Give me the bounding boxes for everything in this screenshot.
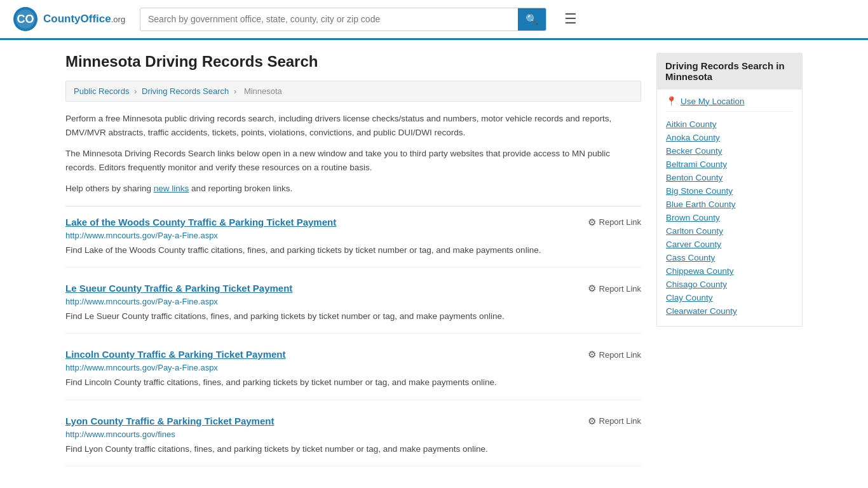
county-link-brown-county[interactable]: Brown County <box>666 213 793 222</box>
result-title-row: Lincoln County Traffic & Parking Ticket … <box>65 349 641 360</box>
divider <box>65 206 641 207</box>
result-title-row: Le Sueur County Traffic & Parking Ticket… <box>65 283 641 294</box>
county-link-cass-county[interactable]: Cass County <box>666 253 793 262</box>
result-title-1[interactable]: Le Sueur County Traffic & Parking Ticket… <box>65 283 292 294</box>
result-url-0[interactable]: http://www.mncourts.gov/Pay-a-Fine.aspx <box>65 231 641 240</box>
county-link-carver-county[interactable]: Carver County <box>666 240 793 249</box>
result-item: Lincoln County Traffic & Parking Ticket … <box>65 349 641 400</box>
result-item: Le Sueur County Traffic & Parking Ticket… <box>65 283 641 334</box>
main-container: Minnesota Driving Records Search Public … <box>53 40 815 488</box>
logo-text: CountyOffice.org <box>43 13 125 25</box>
header: CO CountyOffice.org 🔍 ☰ <box>0 0 868 40</box>
result-desc-3: Find Lyon County traffic citations, fine… <box>65 443 641 456</box>
breadcrumb-minnesota: Minnesota <box>244 86 282 96</box>
report-icon-0: ⚙ <box>588 217 596 228</box>
county-list: Aitkin CountyAnoka CountyBecker CountyBe… <box>666 119 793 316</box>
county-link-beltrami-county[interactable]: Beltrami County <box>666 159 793 169</box>
description-para2: The Minnesota Driving Records Search lin… <box>65 147 641 174</box>
breadcrumb: Public Records › Driving Records Search … <box>65 81 641 102</box>
report-icon-3: ⚙ <box>588 416 596 427</box>
result-title-row: Lyon County Traffic & Parking Ticket Pay… <box>65 416 641 427</box>
new-links-link[interactable]: new links <box>154 184 189 193</box>
result-url-2[interactable]: http://www.mncourts.gov/Pay-a-Fine.aspx <box>65 363 641 372</box>
result-url-1[interactable]: http://www.mncourts.gov/Pay-a-Fine.aspx <box>65 297 641 306</box>
sidebar-content: 📍 Use My Location Aitkin CountyAnoka Cou… <box>656 90 803 327</box>
search-button[interactable]: 🔍 <box>518 8 546 30</box>
location-icon: 📍 <box>666 96 677 106</box>
report-link-3[interactable]: ⚙ Report Link <box>588 416 641 427</box>
search-bar: 🔍 <box>140 8 546 31</box>
county-link-blue-earth-county[interactable]: Blue Earth County <box>666 200 793 209</box>
breadcrumb-driving-records[interactable]: Driving Records Search <box>142 86 229 96</box>
page-title: Minnesota Driving Records Search <box>65 53 641 71</box>
result-desc-1: Find Le Sueur County traffic citations, … <box>65 310 641 323</box>
sidebar-header: Driving Records Search in Minnesota <box>656 53 803 90</box>
report-link-0[interactable]: ⚙ Report Link <box>588 217 641 228</box>
result-item: Lake of the Woods County Traffic & Parki… <box>65 217 641 268</box>
result-desc-2: Find Lincoln County traffic citations, f… <box>65 376 641 389</box>
county-link-chisago-county[interactable]: Chisago County <box>666 280 793 289</box>
result-url-3[interactable]: http://www.mncourts.gov/fines <box>65 430 641 439</box>
county-link-chippewa-county[interactable]: Chippewa County <box>666 266 793 276</box>
sidebar: Driving Records Search in Minnesota 📍 Us… <box>656 53 803 482</box>
result-title-2[interactable]: Lincoln County Traffic & Parking Ticket … <box>65 349 285 360</box>
menu-button[interactable]: ☰ <box>559 8 582 30</box>
county-link-big-stone-county[interactable]: Big Stone County <box>666 186 793 196</box>
result-title-3[interactable]: Lyon County Traffic & Parking Ticket Pay… <box>65 416 274 426</box>
result-title-0[interactable]: Lake of the Woods County Traffic & Parki… <box>65 217 336 227</box>
logo-area: CO CountyOffice.org <box>13 6 127 32</box>
report-link-1[interactable]: ⚙ Report Link <box>588 283 641 294</box>
result-item: Lyon County Traffic & Parking Ticket Pay… <box>65 416 641 466</box>
description-para1: Perform a free Minnesota public driving … <box>65 112 641 139</box>
county-link-carlton-county[interactable]: Carlton County <box>666 226 793 236</box>
report-icon-1: ⚙ <box>588 283 596 294</box>
breadcrumb-public-records[interactable]: Public Records <box>74 86 129 96</box>
location-row: 📍 Use My Location <box>666 96 793 112</box>
results-container: Lake of the Woods County Traffic & Parki… <box>65 217 641 466</box>
logo-icon: CO <box>13 6 38 32</box>
county-link-clay-county[interactable]: Clay County <box>666 293 793 302</box>
report-link-2[interactable]: ⚙ Report Link <box>588 349 641 360</box>
result-desc-0: Find Lake of the Woods County traffic ci… <box>65 244 641 257</box>
search-input[interactable] <box>140 9 518 29</box>
content-area: Minnesota Driving Records Search Public … <box>65 53 641 482</box>
svg-text:CO: CO <box>17 13 34 25</box>
report-icon-2: ⚙ <box>588 349 596 360</box>
county-link-clearwater-county[interactable]: Clearwater County <box>666 306 793 316</box>
county-link-benton-county[interactable]: Benton County <box>666 173 793 182</box>
county-link-anoka-county[interactable]: Anoka County <box>666 133 793 142</box>
county-link-aitkin-county[interactable]: Aitkin County <box>666 119 793 129</box>
county-link-becker-county[interactable]: Becker County <box>666 146 793 156</box>
description-para3: Help others by sharing new links and rep… <box>65 182 641 196</box>
result-title-row: Lake of the Woods County Traffic & Parki… <box>65 217 641 228</box>
use-my-location[interactable]: Use My Location <box>681 97 745 106</box>
